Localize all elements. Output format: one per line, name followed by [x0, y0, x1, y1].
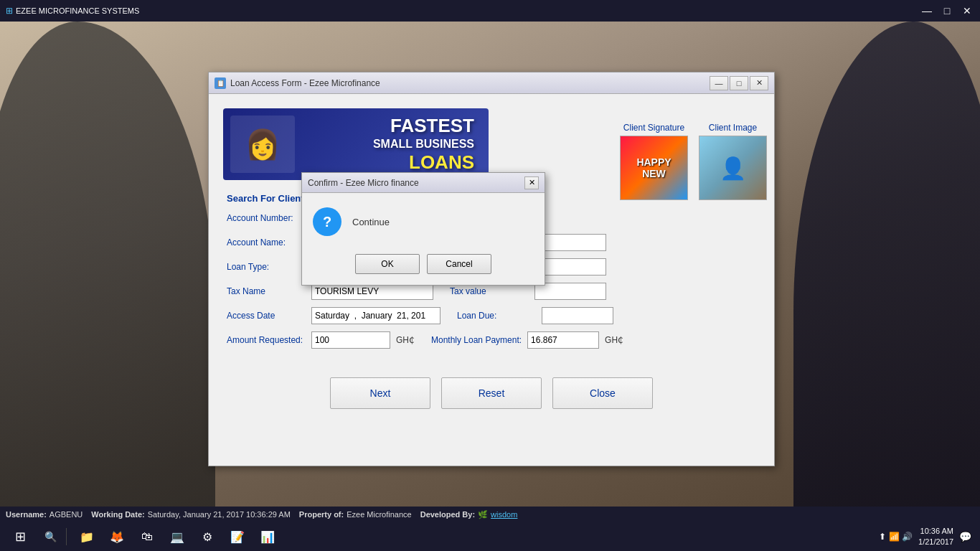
taskbar-right: ⬆ 📶 🔊 10:36 AM 1/21/2017 💬: [879, 526, 977, 548]
confirm-message: Continue: [352, 217, 390, 227]
tax-value-label: Tax value: [450, 286, 529, 296]
start-button[interactable]: ⊞: [3, 522, 37, 551]
signature-content: HAPPYNEW: [621, 136, 687, 200]
signature-panel: Client Signature HAPPYNEW: [620, 123, 688, 200]
taskbar-dev-icon[interactable]: 💻: [163, 522, 192, 551]
taskbar-time-value: 10:36 AM: [918, 526, 953, 537]
minimize-button[interactable]: —: [710, 76, 728, 90]
developed-key: Developed By:: [420, 510, 475, 519]
taskbar-pinned-icons: 📁 🦊 🛍 💻 ⚙ 📝 📊: [72, 522, 282, 551]
confirm-close-btn[interactable]: ✕: [524, 176, 539, 189]
banner-text: FASTEST SMALL BUSINESS LOANS: [373, 115, 474, 174]
taskbar-files-icon[interactable]: 📁: [72, 522, 101, 551]
taskbar-systray-icons: ⬆ 📶 🔊: [879, 532, 913, 542]
restore-button[interactable]: □: [730, 76, 748, 90]
property-key: Property of:: [299, 510, 344, 519]
confirm-title-text: Confirm - Ezee Micro finance: [308, 178, 524, 188]
taskbar-separator: [66, 528, 67, 545]
access-date-row: Access Date Loan Due:: [227, 307, 756, 324]
window-title-text: Loan Access Form - Ezee Microfinance: [230, 78, 710, 88]
taskbar-app-icon[interactable]: 📊: [253, 522, 282, 551]
loan-due-input[interactable]: [542, 307, 613, 324]
taskbar-notification-icon[interactable]: 💬: [959, 531, 971, 542]
account-number-label: Account Number:: [227, 213, 306, 223]
working-date-value: Saturday, January 21, 2017 10:36:29 AM: [148, 510, 291, 519]
amount-requested-input[interactable]: [311, 331, 390, 349]
os-title-text: EZEE MICROFINANCE SYSTEMS: [16, 6, 139, 15]
banner-line2: SMALL BUSINESS: [373, 137, 474, 151]
confirm-title-bar: Confirm - Ezee Micro finance ✕: [302, 173, 545, 193]
amount-requested-label: Amount Requested:: [227, 335, 306, 345]
os-icon: ⊞: [6, 6, 13, 16]
window-title-bar: 📋 Loan Access Form - Ezee Microfinance —…: [209, 72, 774, 94]
taskbar-browser-icon[interactable]: 🦊: [103, 522, 131, 551]
monthly-payment-label: Monthly Loan Payment:: [431, 335, 522, 345]
signature-image: HAPPYNEW: [620, 136, 688, 200]
taskbar-settings-icon[interactable]: ⚙: [193, 522, 222, 551]
account-name-label: Account Name:: [227, 237, 306, 248]
os-window-controls: — □ ✕: [920, 4, 974, 18]
client-image-panel: Client Image 👤: [699, 123, 767, 200]
taskbar-store-icon[interactable]: 🛍: [133, 522, 161, 551]
developer-icon: 🌿: [478, 510, 488, 519]
banner: 👩 FASTEST SMALL BUSINESS LOANS: [223, 108, 489, 180]
taskbar-word-icon[interactable]: 📝: [223, 522, 252, 551]
amount-row: Amount Requested: GH₵ Monthly Loan Payme…: [227, 331, 756, 349]
client-image-label: Client Image: [699, 123, 767, 133]
client-panels: Client Signature HAPPYNEW Client Image 👤: [620, 123, 767, 200]
username-value: AGBENU: [50, 510, 83, 519]
banner-line1: FASTEST: [373, 115, 474, 137]
currency1-label: GH₵: [396, 335, 415, 345]
loan-type-label: Loan Type:: [227, 262, 306, 272]
working-date-key: Working Date:: [91, 510, 144, 519]
monthly-payment-input[interactable]: [527, 331, 599, 349]
taskbar-date-value: 1/21/2017: [918, 537, 953, 547]
signature-label: Client Signature: [620, 123, 688, 133]
access-date-label: Access Date: [227, 311, 306, 321]
currency2-label: GH₵: [605, 335, 623, 345]
banner-line3: LOANS: [373, 151, 474, 174]
window-controls: — □ ✕: [710, 76, 768, 90]
app-icon: 📋: [215, 77, 226, 89]
interest-rate-input[interactable]: [534, 258, 606, 276]
loan-due-label: Loan Due:: [457, 311, 536, 321]
confirm-cancel-button[interactable]: Cancel: [427, 254, 491, 274]
taskbar-search-icon[interactable]: 🔍: [37, 522, 63, 551]
confirm-dialog: Confirm - Ezee Micro finance ✕ ? Continu…: [301, 172, 545, 286]
reset-button[interactable]: Reset: [441, 377, 542, 409]
os-title-bar: ⊞ EZEE MICROFINANCE SYSTEMS — □ ✕: [0, 0, 980, 22]
os-minimize-btn[interactable]: —: [920, 4, 934, 18]
tax-name-label: Tax Name: [227, 286, 306, 296]
taskbar: ⊞ 🔍 📁 🦊 🛍 💻 ⚙ 📝 📊 ⬆ 📶 🔊 10:36 AM 1/21/20…: [0, 522, 980, 551]
account-number2-input[interactable]: [534, 234, 606, 251]
close-button-main[interactable]: Close: [552, 377, 653, 409]
confirm-ok-button[interactable]: OK: [355, 254, 420, 274]
developer-link[interactable]: wisdom: [491, 510, 517, 519]
banner-person: 👩: [230, 116, 295, 173]
property-value: Ezee Microfinance: [347, 510, 412, 519]
bottom-buttons: Next Reset Close: [216, 377, 767, 409]
username-key: Username:: [6, 510, 47, 519]
taskbar-clock: 10:36 AM 1/21/2017: [918, 526, 953, 548]
tax-value-input[interactable]: [534, 283, 606, 300]
client-image: 👤: [699, 136, 767, 200]
os-maximize-btn[interactable]: □: [940, 4, 954, 18]
next-button[interactable]: Next: [330, 377, 430, 409]
confirm-content: ? Continue: [302, 193, 545, 247]
confirm-buttons: OK Cancel: [302, 247, 545, 285]
confirm-icon: ?: [313, 207, 341, 236]
close-button[interactable]: ✕: [750, 76, 768, 90]
access-date-input[interactable]: [311, 307, 440, 324]
status-bar: Username: AGBENU Working Date: Saturday,…: [0, 507, 980, 522]
os-close-btn[interactable]: ✕: [960, 4, 974, 18]
